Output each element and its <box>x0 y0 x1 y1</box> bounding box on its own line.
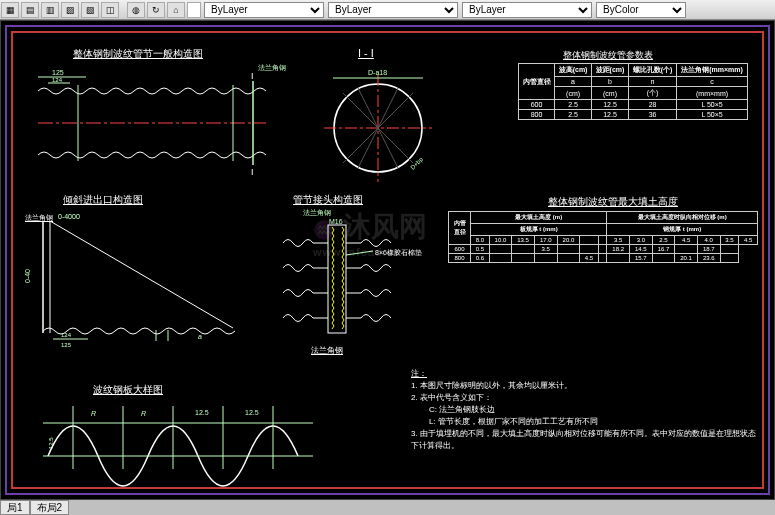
linetype-combo[interactable]: ByLayer <box>328 2 458 18</box>
param-table: 内管直径波高(cm)波距(cm)螺比孔数(个)法兰角钢(mm×mm) abnc … <box>518 63 748 120</box>
layer-combo[interactable]: ByLayer <box>204 2 324 18</box>
section-circle-drawing: D-a18 D+bp <box>313 68 443 188</box>
svg-text:a: a <box>198 333 202 340</box>
fill-table: 内管直径最大填土高度 (m)最大填土高度时纵向相对位移 (m) 板规厚 t (m… <box>448 211 758 263</box>
color-swatch[interactable] <box>187 2 201 18</box>
note-2a: C: 法兰角钢肢长边 <box>411 404 762 416</box>
svg-text:0-4000: 0-4000 <box>58 213 80 220</box>
svg-text:124: 124 <box>52 77 63 83</box>
flange-label: 法兰角钢 <box>258 63 286 73</box>
tool-icon[interactable]: ↻ <box>147 2 165 18</box>
svg-text:124: 124 <box>61 332 72 338</box>
svg-line-22 <box>50 221 233 328</box>
tool-icon[interactable]: ⌂ <box>167 2 185 18</box>
svg-text:12.5: 12.5 <box>245 409 259 416</box>
note-3: 3. 由于填埋机的不同，最大填土高度时纵向相对位移可能有所不同。表中对应的数值是… <box>411 428 762 452</box>
layout-tab-1[interactable]: 局1 <box>0 500 30 515</box>
color-combo[interactable]: ByColor <box>596 2 686 18</box>
note-1: 1. 本图尺寸除标明的以外，其余均以厘米计。 <box>411 380 762 392</box>
svg-text:R: R <box>141 410 146 417</box>
title-detail: 波纹钢板大样图 <box>93 383 163 397</box>
title-section: I - I <box>358 47 374 59</box>
flange-bot-label: 法兰角钢 <box>311 345 343 356</box>
lineweight-combo[interactable]: ByLayer <box>462 2 592 18</box>
layout-tab-2[interactable]: 布局2 <box>30 500 70 515</box>
svg-text:125: 125 <box>61 342 72 348</box>
tool-icon[interactable]: ▦ <box>1 2 19 18</box>
table1-title: 整体钢制波纹管参数表 <box>563 49 653 62</box>
svg-text:0-40: 0-40 <box>24 269 31 283</box>
svg-line-32 <box>346 251 373 255</box>
svg-text:I: I <box>251 71 254 81</box>
tool-icon[interactable]: ◍ <box>127 2 145 18</box>
wave-detail-drawing: 12.5 R R 12.5 12.5 <box>43 401 333 486</box>
notes-title: 注： <box>411 368 762 380</box>
cad-canvas[interactable]: ♒ 沐风网 www.mfcad.com 整体钢制波纹管节一般构造图 125 12… <box>0 20 775 500</box>
svg-text:D-a18: D-a18 <box>368 69 387 76</box>
layout-tabs: 局1 布局2 <box>0 500 69 515</box>
note-2: 2. 表中代号含义如下： <box>411 392 762 404</box>
pipe-elevation-drawing: 125 124 I I <box>38 73 268 173</box>
tool-icon[interactable]: ▧ <box>81 2 99 18</box>
svg-text:I: I <box>251 167 254 177</box>
note-2b: L: 管节长度，根据厂家不同的加工工艺有所不同 <box>411 416 762 428</box>
svg-text:12.5: 12.5 <box>48 437 54 449</box>
svg-text:125: 125 <box>52 69 64 76</box>
gasket-label: 8×6橡胶石棉垫 <box>375 248 422 258</box>
tool-icon[interactable]: ▨ <box>61 2 79 18</box>
app-toolbar: ▦ ▤ ▥ ▨ ▧ ◫ ◍ ↻ ⌂ ByLayer ByLayer ByLaye… <box>0 0 775 20</box>
inlet-drawing: 0-4000 0-40 125 124 a <box>28 213 248 353</box>
svg-text:12.5: 12.5 <box>195 409 209 416</box>
title-main: 整体钢制波纹管节一般构造图 <box>73 47 203 61</box>
joint-drawing <box>273 213 413 353</box>
svg-text:R: R <box>91 410 96 417</box>
svg-text:D+bp: D+bp <box>409 156 424 171</box>
title-fill: 整体钢制波纹管最大填土高度 <box>548 195 678 209</box>
tool-icon[interactable]: ▤ <box>21 2 39 18</box>
tool-icon[interactable]: ◫ <box>101 2 119 18</box>
notes-block: 注： 1. 本图尺寸除标明的以外，其余均以厘米计。 2. 表中代号含义如下： C… <box>411 368 762 452</box>
tool-icon[interactable]: ▥ <box>41 2 59 18</box>
title-joint: 管节接头构造图 <box>293 193 363 207</box>
title-inlet: 倾斜进出口构造图 <box>63 193 143 207</box>
